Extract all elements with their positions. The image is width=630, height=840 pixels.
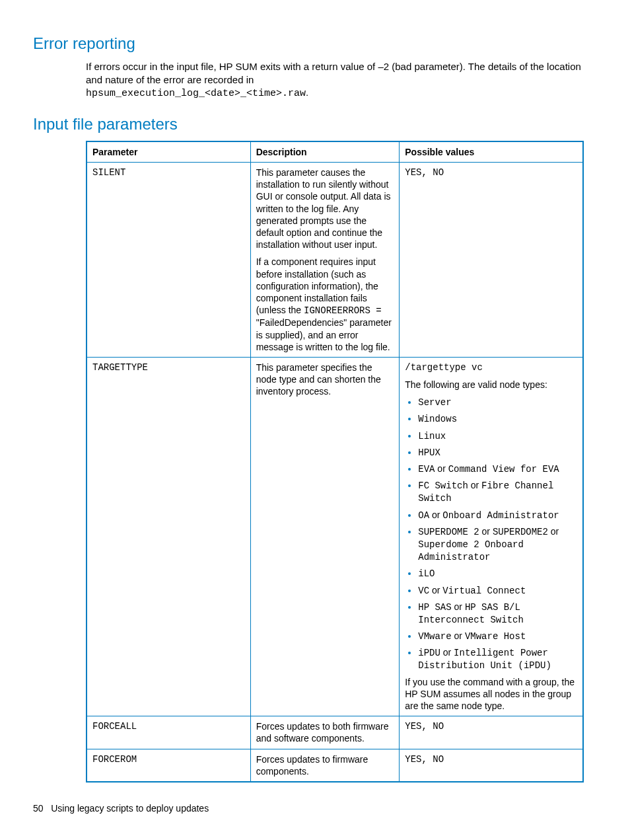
param-name: FORCEROM [87, 749, 250, 782]
li-b: VMware Host [465, 631, 526, 642]
li-sep: or [429, 510, 442, 520]
desc-p2-code: IGNOREERRORS = [304, 305, 382, 316]
table-row: SILENT This parameter causes the install… [87, 163, 583, 358]
li-sep: or [452, 630, 465, 641]
list-item: FC Switch or Fibre Channel Switch [418, 479, 577, 504]
li-b: Onboard Administrator [442, 510, 559, 521]
li-a: VC [418, 586, 429, 596]
li-a: VMware [418, 631, 451, 642]
er-text-post: . [306, 87, 308, 98]
list-item: Linux [418, 430, 577, 442]
li-a: HP SAS [418, 602, 451, 613]
li-b: SUPERDOME2 [493, 527, 548, 537]
param-name: SILENT [87, 163, 250, 358]
list-item: iPDU or Intelligent Power Distribution U… [418, 646, 577, 671]
list-item: SUPERDOME 2 or SUPERDOME2 or Superdome 2… [418, 525, 577, 564]
li-sep: or [468, 480, 481, 490]
vals-example: /targettype vc [405, 362, 577, 373]
footer-title: Using legacy scripts to deploy updates [51, 803, 209, 814]
desc-p2: If a component requires input before ins… [256, 256, 394, 353]
param-vals: YES, NO [400, 716, 583, 749]
list-item: Server [418, 396, 577, 408]
param-vals: /targettype vc The following are valid n… [400, 357, 583, 716]
list-item: Windows [418, 412, 577, 425]
list-item: OA or Onboard Administrator [418, 509, 577, 521]
list-item: EVA or Command View for EVA [418, 463, 577, 475]
li-a: HPUX [418, 447, 440, 458]
param-vals: YES, NO [400, 163, 583, 358]
col-possible-values: Possible values [400, 141, 583, 163]
param-name: TARGETTYPE [87, 357, 250, 716]
desc-p2-b: "FailedDependencies" parameter is suppli… [256, 317, 392, 352]
desc-p1: This parameter causes the installation t… [256, 167, 394, 250]
param-name: FORCEALL [87, 716, 250, 749]
list-item: iLO [418, 567, 577, 580]
param-desc: Forces updates to firmware components. [250, 749, 400, 782]
table-row: FORCEROM Forces updates to firmware comp… [87, 749, 583, 782]
li-a: iPDU [418, 648, 440, 658]
param-desc: This parameter specifies the node type a… [250, 357, 400, 716]
param-desc: This parameter causes the installation t… [250, 163, 400, 358]
list-item: HP SAS or HP SAS B/L Interconnect Switch [418, 601, 577, 626]
li-a: Server [418, 397, 451, 408]
list-item: VMware or VMware Host [418, 630, 577, 642]
vals-outro: If you use the command with a group, the… [405, 676, 577, 712]
page-number: 50 [33, 803, 44, 814]
table-row: FORCEALL Forces updates to both firmware… [87, 716, 583, 749]
list-item: VC or Virtual Connect [418, 584, 577, 597]
li-sep2: or [548, 526, 559, 537]
li-sep: or [440, 647, 454, 658]
li-sep: or [435, 463, 448, 474]
list-item: HPUX [418, 446, 577, 459]
li-sep: or [452, 601, 465, 612]
table-row: TARGETTYPE This parameter specifies the … [87, 357, 583, 716]
col-description: Description [250, 141, 400, 163]
heading-error-reporting: Error reporting [33, 33, 584, 54]
li-c: Superdome 2 Onboard Administrator [418, 539, 524, 562]
li-b: Command View for EVA [448, 464, 559, 475]
table-header-row: Parameter Description Possible values [87, 141, 583, 163]
li-a: iLO [418, 568, 435, 579]
li-a: FC Switch [418, 480, 468, 491]
vals-intro: The following are valid node types: [405, 379, 577, 391]
heading-input-file-parameters: Input file parameters [33, 114, 584, 134]
li-a: SUPERDOME 2 [418, 527, 479, 537]
param-desc: Forces updates to both firmware and soft… [250, 716, 400, 749]
li-sep: or [479, 526, 493, 537]
node-type-list: Server Windows Linux HPUX EVA or Command… [405, 396, 577, 671]
li-sep: or [429, 585, 442, 595]
parameters-table: Parameter Description Possible values SI… [86, 141, 584, 783]
error-reporting-text: If errors occur in the input file, HP SU… [86, 60, 584, 100]
col-parameter: Parameter [87, 141, 250, 163]
li-a: Linux [418, 431, 446, 441]
li-a: OA [418, 510, 429, 521]
li-a: EVA [418, 464, 435, 475]
er-text-pre: If errors occur in the input file, HP SU… [86, 61, 581, 85]
er-text-code: hpsum_execution_log_<date>_<time>.raw [86, 88, 306, 99]
li-b: Virtual Connect [442, 586, 526, 596]
li-a: Windows [418, 414, 457, 424]
param-vals: YES, NO [400, 749, 583, 782]
page-footer: 50 Using legacy scripts to deploy update… [33, 802, 584, 814]
